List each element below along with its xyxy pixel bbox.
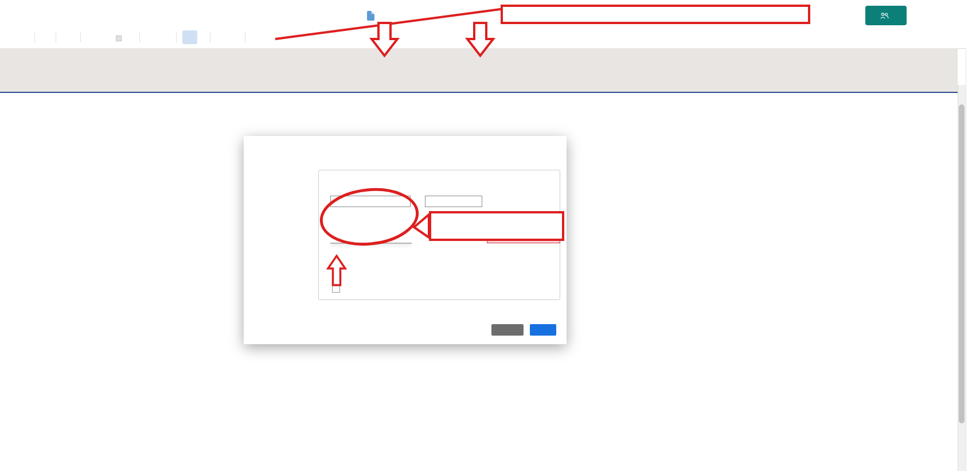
divider [245, 32, 245, 42]
dependencies-enabled-checkbox[interactable] [332, 285, 340, 293]
date-format-button[interactable] [297, 33, 299, 42]
pct-complete-select[interactable] [425, 196, 482, 207]
align-icon[interactable] [147, 33, 149, 42]
sum-button[interactable] [252, 33, 254, 41]
share-button[interactable] [865, 6, 907, 25]
start-date-select[interactable] [330, 196, 411, 207]
selection-line [0, 92, 958, 93]
font-family-select[interactable] [63, 33, 65, 41]
font-size-select[interactable] [72, 33, 73, 41]
divider [139, 32, 140, 42]
view-selector[interactable] [10, 33, 12, 41]
sheet-doc-icon [367, 11, 374, 21]
settings-panel [318, 170, 560, 300]
grid-view-toggle[interactable] [182, 30, 197, 44]
divider [80, 32, 81, 42]
cancel-button[interactable] [491, 324, 524, 336]
divider [34, 32, 35, 42]
right-rail [966, 48, 980, 471]
fill-color-icon[interactable]: ▨ [115, 33, 124, 42]
divider [56, 32, 56, 42]
start-date-dropdown-list[interactable] [330, 243, 412, 244]
divider [176, 32, 177, 42]
text-color-icon[interactable] [131, 33, 132, 41]
scrollbar-thumb[interactable] [959, 104, 965, 423]
divider [210, 32, 210, 42]
grid-column-headers [0, 48, 958, 93]
people-icon [880, 13, 889, 19]
filter-selector[interactable] [26, 33, 28, 41]
project-settings-dialog [244, 136, 567, 344]
toolbar: ▨ [0, 26, 980, 49]
top-bar [0, 0, 980, 26]
ok-button[interactable] [530, 324, 556, 336]
currency-button[interactable] [261, 33, 263, 41]
field-required-error [487, 229, 560, 243]
